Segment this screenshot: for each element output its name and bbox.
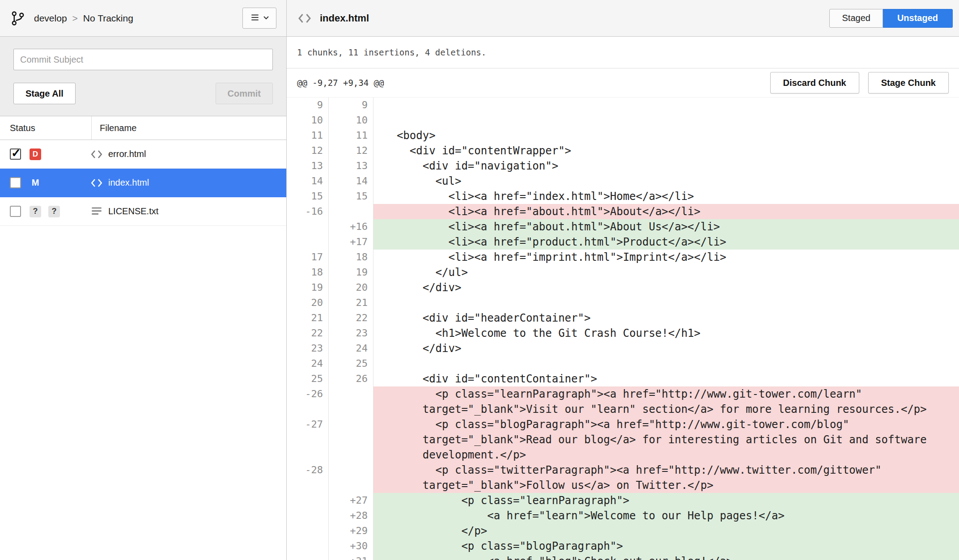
code-file-icon: [89, 176, 104, 190]
old-line-number: [287, 493, 329, 508]
new-line-number: +27: [329, 493, 373, 508]
code-cell: <p class="learnParagraph">: [373, 493, 959, 508]
code-cell: <p class="twitterParagraph"><a href="htt…: [373, 462, 959, 493]
diff-file-title: index.html: [320, 13, 369, 24]
stage-checkbox[interactable]: [10, 206, 21, 217]
new-line-number: +29: [329, 523, 373, 539]
diff-row: 1920 </div>: [287, 280, 959, 295]
diff-row: 1010: [287, 113, 959, 128]
new-line-number: 12: [329, 143, 373, 158]
hamburger-icon: [250, 13, 260, 24]
code-cell: <li><a href="product.html">Product</a></…: [373, 234, 959, 250]
code-text: <p class="blogParagraph"><a href="http:/…: [384, 417, 959, 462]
diff-view[interactable]: 9910101111 <body>1212 <div id="contentWr…: [287, 98, 959, 560]
new-line-number: 13: [329, 158, 373, 174]
breadcrumb-branch[interactable]: develop: [34, 13, 67, 24]
code-text: <p class="blogParagraph">: [384, 539, 959, 554]
code-text: <a href="blog">Check out our blog!</a>: [384, 554, 959, 560]
diff-row: +30 <p class="blogParagraph">: [287, 539, 959, 554]
new-line-number: 24: [329, 341, 373, 356]
code-cell: <div id="contentContainer">: [373, 371, 959, 386]
chunk-range: @@ -9,27 +9,34 @@: [297, 78, 384, 88]
code-text: <ul>: [384, 174, 959, 189]
old-line-number: 24: [287, 356, 329, 371]
code-cell: <div id="navigation">: [373, 158, 959, 174]
stage-checkbox[interactable]: [10, 177, 21, 188]
sidebar: develop > No Tracking St: [0, 0, 287, 560]
diff-row: 99: [287, 98, 959, 113]
breadcrumb: develop > No Tracking: [34, 13, 133, 24]
diff-row: +16 <li><a href="about.html">About Us</a…: [287, 219, 959, 234]
old-line-number: 10: [287, 113, 329, 128]
code-text: <div id="contentWrapper">: [384, 143, 959, 158]
diff-row: 2324 </div>: [287, 341, 959, 356]
staged-tab[interactable]: Staged: [829, 9, 883, 28]
stage-checkbox[interactable]: [10, 148, 21, 160]
git-branch-icon: [10, 10, 26, 26]
code-cell: </ul>: [373, 265, 959, 280]
new-line-number: 23: [329, 326, 373, 341]
commit-button[interactable]: Commit: [216, 83, 273, 104]
code-cell: [373, 295, 959, 310]
code-cell: <p class="learnParagraph"><a href="http:…: [373, 386, 959, 417]
file-row[interactable]: ??LICENSE.txt: [0, 197, 286, 226]
diff-row: -27 <p class="blogParagraph"><a href="ht…: [287, 417, 959, 462]
code-text: </ul>: [384, 265, 959, 280]
new-line-number: 21: [329, 295, 373, 310]
new-line-number: 18: [329, 250, 373, 265]
code-text: <div id="contentContainer">: [384, 371, 959, 386]
commit-area: Stage All Commit: [0, 37, 286, 116]
staged-unstaged-toggle: Staged Unstaged: [829, 9, 953, 28]
code-cell: </div>: [373, 280, 959, 295]
stage-all-button[interactable]: Stage All: [13, 83, 76, 104]
new-line-number: 25: [329, 356, 373, 371]
status-badge: D: [30, 148, 41, 160]
new-line-number: 9: [329, 98, 373, 113]
diff-panel: index.html Staged Unstaged 1 chunks, 11 …: [287, 0, 959, 560]
code-cell: <a href="blog">Check out our blog!</a>: [373, 554, 959, 560]
code-text: <li><a href="imprint.html">Imprint</a></…: [384, 250, 959, 265]
old-line-number: 11: [287, 128, 329, 143]
diff-row: 1819 </ul>: [287, 265, 959, 280]
diff-row: 1718 <li><a href="imprint.html">Imprint<…: [287, 250, 959, 265]
code-cell: <h1>Welcome to the Git Crash Course!</h1…: [373, 326, 959, 341]
old-line-number: 23: [287, 341, 329, 356]
breadcrumb-tracking[interactable]: No Tracking: [83, 13, 133, 24]
old-line-number: [287, 219, 329, 234]
code-text: <a href="learn">Welcome to our Help page…: [384, 508, 959, 523]
menu-button[interactable]: [242, 8, 276, 29]
diff-row: -28 <p class="twitterParagraph"><a href=…: [287, 462, 959, 493]
old-line-number: 18: [287, 265, 329, 280]
discard-chunk-button[interactable]: Discard Chunk: [770, 72, 859, 93]
new-line-number: [329, 417, 373, 462]
code-text: <div id="navigation">: [384, 158, 959, 174]
commit-subject-input[interactable]: [13, 49, 273, 70]
new-line-number: +17: [329, 234, 373, 250]
old-line-number: [287, 554, 329, 560]
diff-row: 2021: [287, 295, 959, 310]
code-cell: <li><a href="index.html">Home</a></li>: [373, 189, 959, 204]
old-line-number: [287, 523, 329, 539]
code-cell: <a href="learn">Welcome to our Help page…: [373, 508, 959, 523]
code-cell: [373, 356, 959, 371]
old-line-number: 15: [287, 189, 329, 204]
new-line-number: +28: [329, 508, 373, 523]
file-row[interactable]: Mindex.html: [0, 169, 286, 197]
code-cell: [373, 98, 959, 113]
old-line-number: 25: [287, 371, 329, 386]
column-header-status: Status: [0, 116, 92, 140]
diff-row: +17 <li><a href="product.html">Product</…: [287, 234, 959, 250]
new-line-number: 22: [329, 310, 373, 326]
old-line-number: -27: [287, 417, 329, 462]
unstaged-tab[interactable]: Unstaged: [883, 9, 953, 28]
code-cell: <div id="headerContainer">: [373, 310, 959, 326]
new-line-number: 20: [329, 280, 373, 295]
code-file-icon: [89, 147, 104, 161]
code-text: </div>: [384, 341, 959, 356]
file-row[interactable]: Derror.html: [0, 140, 286, 169]
chunk-header: @@ -9,27 +9,34 @@ Discard Chunk Stage Ch…: [287, 68, 959, 98]
old-line-number: 12: [287, 143, 329, 158]
stage-chunk-button[interactable]: Stage Chunk: [868, 72, 949, 93]
file-table-header: Status Filename: [0, 116, 286, 140]
diff-row: +28 <a href="learn">Welcome to our Help …: [287, 508, 959, 523]
